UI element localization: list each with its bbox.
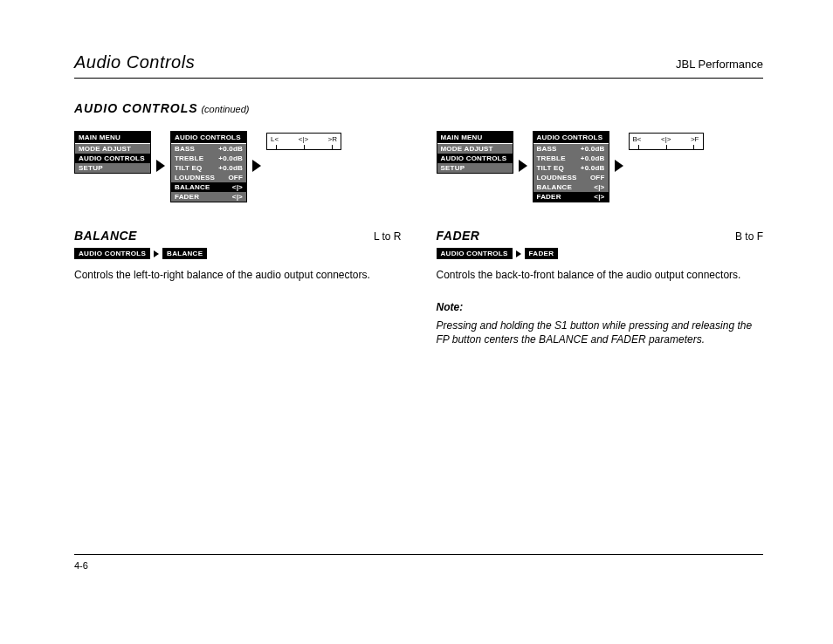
balance-scale: L< <|> >R (266, 133, 341, 150)
menu-item: FADER<|> (171, 192, 246, 202)
running-header: Audio Controls JBL Performance (74, 52, 763, 79)
arrow-right-icon (156, 160, 165, 172)
scale-ticks (267, 145, 341, 150)
menu-item: BASS+0.0dB (534, 144, 609, 154)
menu-item: MODE ADJUST (75, 144, 150, 154)
arrow-right-icon (615, 160, 623, 172)
note-text: Pressing and holding the S1 button while… (437, 319, 764, 346)
menu-header: AUDIO CONTROLS (171, 132, 246, 144)
arrow-right-icon (516, 250, 521, 257)
header-left: Audio Controls (74, 52, 195, 72)
crumb: FADER (525, 248, 559, 259)
menu-item: LOUDNESSOFF (534, 173, 609, 182)
arrow-right-icon (519, 160, 527, 172)
balance-nav-strip: MAIN MENU MODE ADJUST AUDIO CONTROLS SET… (74, 131, 402, 202)
fader-nav-strip: MAIN MENU MODE ADJUST AUDIO CONTROLS SET… (437, 131, 764, 202)
menu-item: TILT EQ+0.0dB (171, 163, 246, 173)
page-number: 4-6 (74, 560, 88, 571)
menu-item: TILT EQ+0.0dB (534, 163, 609, 173)
menu-item: MODE ADJUST (437, 144, 513, 154)
menu-item: SETUP (437, 163, 513, 173)
arrow-right-icon (252, 160, 261, 172)
section-title-text: AUDIO CONTROLS (74, 101, 198, 115)
menu-item: SETUP (75, 163, 150, 173)
fader-heading-row: FADER B to F (437, 229, 764, 243)
menu-item: TREBLE+0.0dB (171, 154, 246, 163)
fader-range: B to F (735, 230, 763, 243)
crumb: BALANCE (162, 248, 207, 259)
arrow-right-icon (154, 250, 159, 257)
balance-column: MAIN MENU MODE ADJUST AUDIO CONTROLS SET… (74, 131, 402, 347)
header-right: JBL Performance (676, 58, 763, 71)
scale-ticks (630, 145, 703, 150)
menu-header: MAIN MENU (437, 132, 513, 144)
menu-item-selected: AUDIO CONTROLS (437, 154, 513, 163)
menu-item: BASS+0.0dB (171, 144, 246, 154)
balance-main-menu: MAIN MENU MODE ADJUST AUDIO CONTROLS SET… (74, 131, 151, 174)
fader-breadcrumb: AUDIO CONTROLS FADER (437, 248, 764, 259)
menu-item: TREBLE+0.0dB (534, 154, 609, 163)
menu-header: MAIN MENU (75, 132, 150, 144)
menu-item: BALANCE<|> (534, 182, 609, 192)
fader-scale: B< <|> >F (629, 133, 704, 150)
manual-page: Audio Controls JBL Performance AUDIO CON… (0, 0, 833, 644)
menu-item-selected: FADER<|> (534, 192, 609, 202)
fader-column: MAIN MENU MODE ADJUST AUDIO CONTROLS SET… (437, 131, 764, 347)
note-label: Note: (437, 301, 764, 313)
menu-item: LOUDNESSOFF (171, 173, 246, 182)
menu-header: AUDIO CONTROLS (534, 132, 609, 144)
section-title: AUDIO CONTROLS (continued) (74, 101, 781, 115)
balance-description: Controls the left-to-right balance of th… (74, 268, 402, 282)
balance-breadcrumb: AUDIO CONTROLS BALANCE (74, 248, 402, 259)
fader-submenu: AUDIO CONTROLS BASS+0.0dB TREBLE+0.0dB T… (533, 131, 609, 202)
menu-item-selected: BALANCE<|> (171, 182, 246, 192)
menu-item-selected: AUDIO CONTROLS (75, 154, 150, 163)
fader-heading: FADER (437, 229, 480, 243)
balance-submenu: AUDIO CONTROLS BASS+0.0dB TREBLE+0.0dB T… (170, 131, 247, 202)
section-title-cont: (continued) (201, 104, 249, 114)
page-footer: 4-6 (74, 554, 763, 571)
balance-range: L to R (374, 230, 402, 243)
balance-heading: BALANCE (74, 229, 137, 243)
crumb: AUDIO CONTROLS (74, 248, 150, 259)
crumb: AUDIO CONTROLS (437, 248, 513, 259)
balance-heading-row: BALANCE L to R (74, 229, 402, 243)
two-column-layout: MAIN MENU MODE ADJUST AUDIO CONTROLS SET… (74, 131, 763, 347)
fader-main-menu: MAIN MENU MODE ADJUST AUDIO CONTROLS SET… (437, 131, 513, 174)
fader-description: Controls the back-to-front balance of th… (437, 268, 764, 282)
